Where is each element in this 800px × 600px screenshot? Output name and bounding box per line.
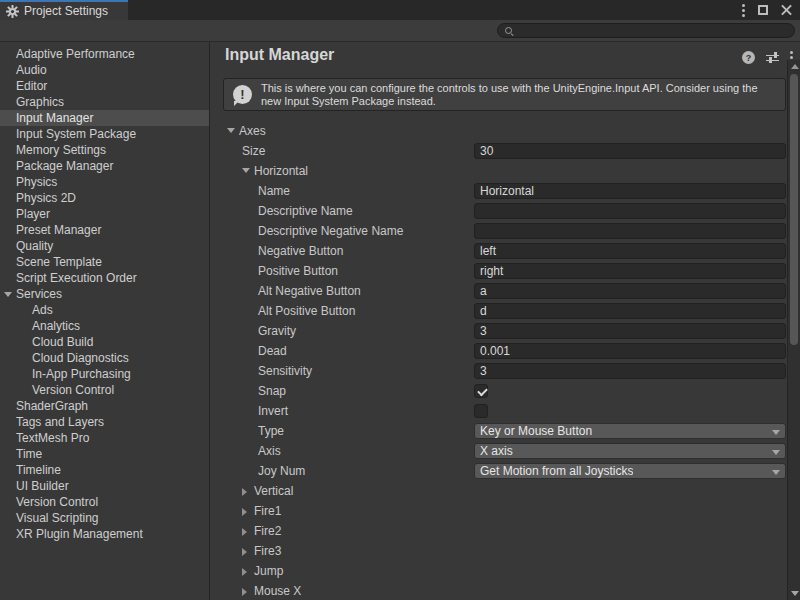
sidebar-item-label: Package Manager <box>16 159 113 173</box>
text-field[interactable] <box>474 243 786 259</box>
settings-sidebar: Adaptive Performance Audio Editor Graphi… <box>0 42 210 600</box>
sidebar-item[interactable]: TextMesh Pro <box>0 430 209 446</box>
sidebar-item[interactable]: XR Plugin Management <box>0 526 209 542</box>
sidebar-item[interactable]: Services <box>0 286 209 302</box>
text-field[interactable] <box>474 363 786 379</box>
scroll-down-icon[interactable] <box>791 591 799 596</box>
sidebar-item[interactable]: Input System Package <box>0 126 209 142</box>
text-field[interactable] <box>474 143 786 159</box>
property-row: Axis X axis <box>211 441 800 461</box>
foldout-open-icon[interactable] <box>227 128 235 133</box>
vertical-scrollbar[interactable] <box>787 60 800 600</box>
text-field[interactable] <box>474 223 786 239</box>
window-menu-icon[interactable] <box>742 4 745 17</box>
sidebar-item[interactable]: Physics <box>0 174 209 190</box>
sidebar-item-label: UI Builder <box>16 479 69 493</box>
foldout-open-icon[interactable] <box>4 292 12 297</box>
property-label: Gravity <box>258 324 296 338</box>
help-icon[interactable]: ? <box>742 51 755 64</box>
sidebar-item[interactable]: Time <box>0 446 209 462</box>
sidebar-item[interactable]: Ads <box>0 302 209 318</box>
sidebar-item-label: Adaptive Performance <box>16 47 135 61</box>
sidebar-item[interactable]: Adaptive Performance <box>0 46 209 62</box>
foldout-closed-icon[interactable] <box>242 508 247 516</box>
content-area: Adaptive Performance Audio Editor Graphi… <box>0 42 800 600</box>
property-label: Horizontal <box>254 164 308 178</box>
sidebar-item[interactable]: Physics 2D <box>0 190 209 206</box>
presets-icon[interactable] <box>766 52 779 64</box>
sidebar-item[interactable]: Version Control <box>0 494 209 510</box>
scrollbar-thumb[interactable] <box>790 74 798 345</box>
text-field[interactable] <box>474 303 786 319</box>
dropdown-selected-value: Get Motion from all Joysticks <box>480 464 633 478</box>
property-row: Vertical <box>211 481 800 501</box>
sidebar-item[interactable]: Package Manager <box>0 158 209 174</box>
property-row: Fire3 <box>211 541 800 561</box>
property-row: Type Key or Mouse Button <box>211 421 800 441</box>
sidebar-item[interactable]: Visual Scripting <box>0 510 209 526</box>
text-field[interactable] <box>474 343 786 359</box>
dropdown[interactable]: X axis <box>474 443 786 459</box>
dropdown[interactable]: Key or Mouse Button <box>474 423 786 439</box>
sidebar-item[interactable]: Cloud Diagnostics <box>0 350 209 366</box>
property-label: Alt Positive Button <box>258 304 355 318</box>
sidebar-item[interactable]: In-App Purchasing <box>0 366 209 382</box>
sidebar-item-label: Ads <box>32 303 53 317</box>
sidebar-item[interactable]: Timeline <box>0 462 209 478</box>
maximize-icon[interactable] <box>758 5 768 15</box>
property-label: Fire1 <box>254 504 281 518</box>
search-input[interactable] <box>518 24 794 37</box>
sidebar-item[interactable]: Cloud Build <box>0 334 209 350</box>
close-icon[interactable] <box>781 5 792 16</box>
text-field[interactable] <box>474 203 786 219</box>
property-label: Invert <box>258 404 288 418</box>
sidebar-item[interactable]: Quality <box>0 238 209 254</box>
sidebar-item[interactable]: Script Execution Order <box>0 270 209 286</box>
text-field[interactable] <box>474 283 786 299</box>
sidebar-item[interactable]: Version Control <box>0 382 209 398</box>
page-title: Input Manager <box>225 46 334 64</box>
sidebar-item[interactable]: Tags and Layers <box>0 414 209 430</box>
dropdown[interactable]: Get Motion from all Joysticks <box>474 463 786 479</box>
property-label: Size <box>242 144 265 158</box>
sidebar-item[interactable]: Player <box>0 206 209 222</box>
checkbox[interactable] <box>474 404 488 418</box>
sidebar-item[interactable]: Audio <box>0 62 209 78</box>
sidebar-item[interactable]: Editor <box>0 78 209 94</box>
property-row: Dead 0.001 <box>211 341 800 361</box>
property-label: Sensitivity <box>258 364 312 378</box>
scroll-up-icon[interactable] <box>791 64 799 69</box>
foldout-closed-icon[interactable] <box>242 548 247 556</box>
property-row: Horizontal <box>211 161 800 181</box>
text-field[interactable] <box>474 183 786 199</box>
sidebar-item[interactable]: Scene Template <box>0 254 209 270</box>
property-label: Snap <box>258 384 286 398</box>
property-label: Fire2 <box>254 524 281 538</box>
property-row: Jump <box>211 561 800 581</box>
sidebar-item-label: Version Control <box>32 383 114 397</box>
foldout-closed-icon[interactable] <box>242 588 247 596</box>
foldout-closed-icon[interactable] <box>242 488 247 496</box>
sidebar-item-label: Player <box>16 207 50 221</box>
sidebar-item[interactable]: Memory Settings <box>0 142 209 158</box>
sidebar-item[interactable]: ShaderGraph <box>0 398 209 414</box>
sidebar-item[interactable]: Analytics <box>0 318 209 334</box>
text-field[interactable] <box>474 323 786 339</box>
sidebar-item[interactable]: UI Builder <box>0 478 209 494</box>
search-box[interactable] <box>497 23 795 38</box>
foldout-closed-icon[interactable] <box>242 568 247 576</box>
window-tab-bar: Project Settings <box>0 0 800 20</box>
sidebar-item[interactable]: Graphics <box>0 94 209 110</box>
foldout-closed-icon[interactable] <box>242 528 247 536</box>
sidebar-item-label: Script Execution Order <box>16 271 137 285</box>
text-field[interactable] <box>474 263 786 279</box>
checkbox[interactable] <box>474 384 488 398</box>
tab-project-settings[interactable]: Project Settings <box>0 0 128 20</box>
property-row: Fire2 <box>211 521 800 541</box>
dropdown-selected-value: X axis <box>480 444 513 458</box>
foldout-open-icon[interactable] <box>242 168 250 173</box>
sidebar-item[interactable]: Input Manager <box>0 110 209 126</box>
info-icon: ! <box>233 85 252 104</box>
property-label: Jump <box>254 564 283 578</box>
sidebar-item[interactable]: Preset Manager <box>0 222 209 238</box>
